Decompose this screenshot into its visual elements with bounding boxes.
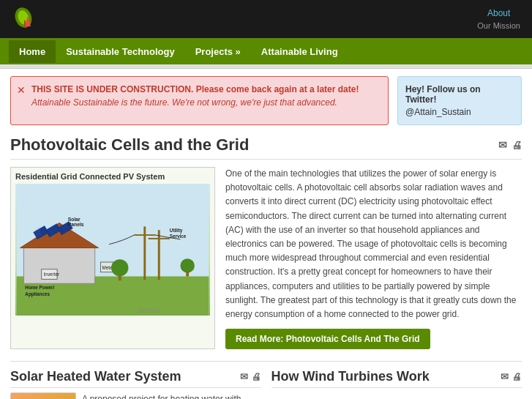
solar-water-email-icon[interactable]: ✉ [240, 371, 248, 382]
article-email-icon[interactable]: ✉ [498, 139, 507, 151]
article-title-text: Photovoltaic Cells and the Grid [10, 135, 249, 154]
alert-title: THIS SITE IS UNDER CONSTRUCTION. Please … [31, 84, 381, 94]
svg-point-29 [111, 259, 128, 276]
article-image-box: Residential Grid Connected PV System [10, 167, 215, 349]
twitter-box: Hey! Follow us on Twitter! @Attain_Susta… [397, 76, 522, 125]
svg-text:Utility: Utility [170, 228, 183, 234]
wind-turbines-title-text: How Wind Turbines Work [271, 369, 430, 384]
alert-section: ✕ THIS SITE IS UNDER CONSTRUCTION. Pleas… [10, 76, 522, 125]
article-section: Photovoltaic Cells and the Grid ✉ 🖨 Resi… [10, 135, 522, 349]
twitter-heading: Hey! Follow us on Twitter! [405, 84, 514, 105]
about-link[interactable]: About [477, 7, 520, 20]
nav-sustainable-technology[interactable]: Sustainable Technology [56, 40, 185, 63]
logo-icon [12, 6, 38, 32]
logo-area [12, 6, 38, 32]
nav-attainable-living[interactable]: Attainable Living [251, 40, 348, 63]
solar-water-thumbnail: ☀️ [10, 392, 76, 399]
bottom-col-wind-turbines: How Wind Turbines Work ✉ 🖨 [271, 369, 522, 399]
svg-text:Appliances: Appliances [25, 291, 50, 297]
alert-box: ✕ THIS SITE IS UNDER CONSTRUCTION. Pleas… [10, 76, 389, 125]
svg-rect-30 [119, 275, 121, 281]
article-text: One of the main technologies that utiliz… [225, 167, 522, 321]
svg-text:Solar: Solar [68, 217, 80, 222]
article-print-icon[interactable]: 🖨 [512, 139, 522, 151]
solar-water-icons: ✉ 🖨 [240, 371, 261, 382]
pv-diagram-svg: Solar Panels Inverter [15, 184, 210, 316]
article-title: Photovoltaic Cells and the Grid ✉ 🖨 [10, 135, 522, 160]
article-image-title: Residential Grid Connected PV System [15, 172, 210, 181]
wind-turbines-print-icon[interactable]: 🖨 [512, 371, 522, 382]
bottom-section: Solar Heated Water System ✉ 🖨 ☀️ A propo… [10, 361, 522, 399]
article-icons: ✉ 🖨 [498, 139, 522, 151]
svg-text:Inverter: Inverter [44, 272, 59, 277]
nav-home[interactable]: Home [9, 40, 56, 63]
wind-turbines-email-icon[interactable]: ✉ [501, 371, 509, 382]
header-links: About Our Mission [477, 7, 520, 31]
svg-rect-32 [186, 272, 189, 277]
svg-rect-7 [23, 248, 94, 284]
wind-turbines-title: How Wind Turbines Work ✉ 🖨 [271, 369, 522, 388]
main-content: ✕ THIS SITE IS UNDER CONSTRUCTION. Pleas… [0, 69, 532, 399]
solar-water-title-text: Solar Heated Water System [10, 369, 181, 384]
nav-projects[interactable]: Projects » [185, 40, 251, 63]
solar-water-print-icon[interactable]: 🖨 [252, 371, 261, 382]
read-more-button[interactable]: Read More: Photovoltaic Cells And The Gr… [225, 329, 430, 349]
solar-water-title: Solar Heated Water System ✉ 🖨 [10, 369, 261, 388]
pv-diagram: Solar Panels Inverter [15, 184, 210, 316]
nav-bar: Home Sustainable Technology Projects » A… [0, 38, 532, 64]
svg-point-31 [180, 258, 194, 272]
header: About Our Mission [0, 0, 532, 38]
alert-close-button[interactable]: ✕ [17, 84, 26, 96]
article-text-area: One of the main technologies that utiliz… [225, 167, 522, 349]
our-mission-text: Our Mission [477, 21, 520, 30]
solar-water-content: ☀️ A proposed project for heating water … [10, 392, 261, 399]
alert-body: Attainable Sustainable is the future. We… [31, 97, 381, 108]
svg-rect-4 [24, 20, 26, 28]
article-content: Residential Grid Connected PV System [10, 167, 522, 349]
svg-text:Panels: Panels [68, 222, 84, 227]
svg-text:03529701: 03529701 [138, 308, 160, 313]
twitter-handle[interactable]: @Attain_Sustain [405, 107, 471, 117]
svg-text:Home Power/: Home Power/ [25, 285, 54, 290]
wind-turbines-icons: ✉ 🖨 [501, 371, 522, 382]
bottom-col-solar-water: Solar Heated Water System ✉ 🖨 ☀️ A propo… [10, 369, 261, 399]
svg-text:Service: Service [170, 234, 187, 239]
